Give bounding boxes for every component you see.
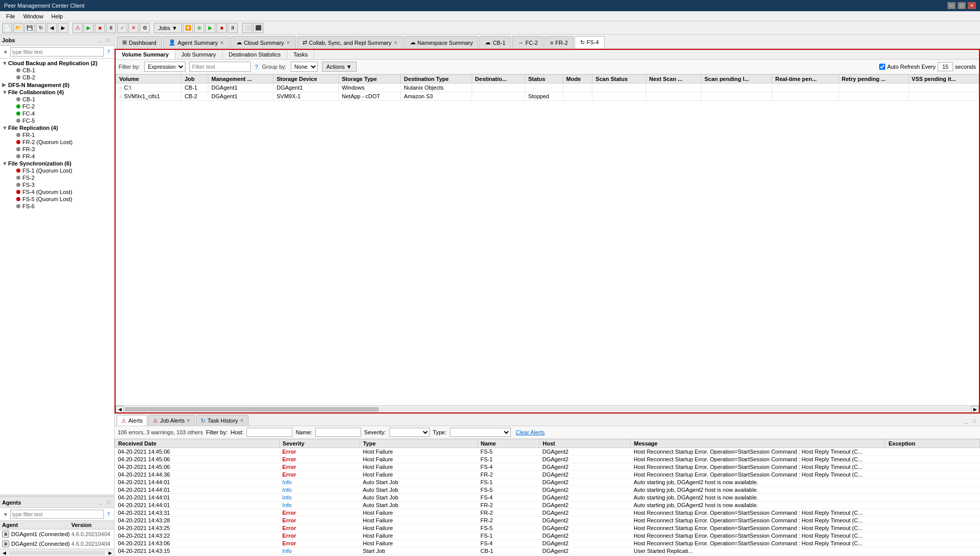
alert-row-1[interactable]: 04-20-2021 14:45:06 Error Host Failure F… — [115, 448, 980, 456]
jobs-filter-help[interactable]: ? — [105, 49, 112, 55]
toolbar-settings[interactable]: ⚙ — [140, 23, 150, 33]
tab-fs4[interactable]: ↻ FS-4 — [575, 36, 605, 48]
tab-fr2[interactable]: ≡ FR-2 — [545, 36, 574, 48]
toolbar-open[interactable]: 📂 — [13, 23, 23, 33]
volume-table-container[interactable]: Volume Job Management ... Storage Device… — [116, 74, 979, 405]
toolbar-play2[interactable]: ▶ — [205, 23, 215, 33]
cloud-summary-close[interactable]: ✕ — [286, 40, 290, 45]
alert-row-3[interactable]: 04-20-2021 14:45:06 Error Host Failure F… — [115, 463, 980, 471]
tab-agent-summary[interactable]: 👤 Agent Summary ✕ — [163, 36, 230, 48]
agent-row-2[interactable]: 🖥 DGAgent2 (Connected) 4.6.0.20210404 — [0, 539, 114, 549]
alert-row-5[interactable]: 04-20-2021 14:44:01 Info Auto Start Job … — [115, 479, 980, 486]
jobs-panel-maximize[interactable]: □ — [105, 37, 112, 44]
tab-namespace-summary[interactable]: ☁ Namespace Summary — [404, 36, 479, 48]
alert-row-9[interactable]: 04-20-2021 14:43:31 Error Host Failure F… — [115, 509, 980, 517]
filter-by-select[interactable]: Expression — [144, 62, 185, 72]
tree-item-fr3[interactable]: FR-3 — [0, 146, 114, 153]
volume-row-1[interactable]: ○C:\ CB-1 DGAgent1 DGAgent1 Windows Nuta… — [116, 84, 979, 92]
tree-item-fr4[interactable]: FR-4 — [0, 153, 114, 160]
toolbar-new[interactable]: 📄 — [2, 23, 12, 33]
tree-item-fs2[interactable]: FS-2 — [0, 174, 114, 181]
toolbar-back[interactable]: ◀ — [47, 23, 57, 33]
alert-row-7[interactable]: 04-20-2021 14:44:01 Info Auto Start Job … — [115, 494, 980, 502]
jobs-filter-input[interactable] — [10, 47, 104, 57]
tree-group-cloud-backup[interactable]: ▼ Cloud Backup and Replication (2) — [0, 60, 114, 67]
alert-row-4[interactable]: 04-20-2021 14:44:36 Error Host Failure F… — [115, 471, 980, 479]
filter-text-input[interactable] — [189, 62, 251, 72]
tree-item-fs1[interactable]: FS-1 (Quorum Lost) — [0, 167, 114, 174]
col-scan-status[interactable]: Scan Status — [592, 75, 646, 84]
toolbar-stop2[interactable]: ■ — [216, 23, 227, 33]
minimize-button[interactable]: ─ — [947, 2, 956, 9]
tree-item-fc2[interactable]: FC-2 — [0, 103, 114, 110]
tree-item-cb2[interactable]: CB-2 — [0, 74, 114, 81]
alert-row-12[interactable]: 04-20-2021 14:43:22 Error Host Failure F… — [115, 532, 980, 540]
agents-filter-help[interactable]: ? — [105, 512, 112, 517]
toolbar-minimize-pane[interactable]: ⬜ — [242, 23, 252, 33]
jobs-panel-minimize[interactable]: _ — [97, 37, 104, 44]
col-volume[interactable]: Volume — [116, 75, 181, 84]
col-next-scan[interactable]: Next Scan ... — [646, 75, 701, 84]
jobs-dropdown[interactable]: Jobs ▼ — [154, 23, 182, 33]
toolbar-maximize-pane[interactable]: ⬛ — [253, 23, 263, 33]
alert-row-6[interactable]: 04-20-2021 14:44:01 Info Auto Start Job … — [115, 486, 980, 494]
col-realtime[interactable]: Real-time pen... — [772, 75, 839, 84]
severity-filter-select[interactable]: Error Warning Info — [389, 428, 430, 437]
toolbar-filter[interactable]: 🔽 — [183, 23, 193, 33]
jobs-filter-icon[interactable]: ▼ — [2, 49, 9, 55]
toolbar-pause2[interactable]: ⏸ — [228, 23, 238, 33]
tree-item-fr2[interactable]: FR-2 (Quorum Lost) — [0, 138, 114, 146]
tree-item-fs5[interactable]: FS-5 (Quorum Lost) — [0, 196, 114, 203]
toolbar-check[interactable]: ✓ — [117, 23, 127, 33]
alert-col-name[interactable]: Name — [477, 439, 539, 448]
clear-alerts-link[interactable]: Clear Alerts — [516, 429, 545, 435]
tree-item-fc4[interactable]: FC-4 — [0, 110, 114, 117]
agents-filter-icon[interactable]: ▼ — [2, 512, 9, 517]
sub-tab-tasks[interactable]: Tasks — [287, 50, 314, 59]
lower-panel-minimize[interactable]: _ — [963, 418, 970, 425]
tree-group-file-collab[interactable]: ▼ File Collaboration (4) — [0, 89, 114, 96]
auto-refresh-checkbox[interactable] — [879, 64, 885, 70]
alerts-table-container[interactable]: Received Date Severity Type Name Host Me… — [115, 439, 980, 556]
tree-item-fs3[interactable]: FS-3 — [0, 181, 114, 188]
tab-collab-sync[interactable]: ⇄ Collab, Sync, and Repl Summary ✕ — [297, 36, 403, 48]
alert-row-13[interactable]: 04-20-2021 14:43:06 Error Host Failure F… — [115, 540, 980, 547]
col-vss-pending[interactable]: VSS pending it... — [908, 75, 978, 84]
volume-row-2[interactable]: ○SVM9x1_cifs1 CB-2 DGAgent1 SVM9X-1 NetA… — [116, 92, 979, 101]
toolbar-add[interactable]: ⊕ — [194, 23, 204, 33]
sub-tab-volume-summary[interactable]: Volume Summary — [116, 50, 175, 59]
scroll-left-btn[interactable]: ◀ — [116, 406, 124, 413]
col-management[interactable]: Management ... — [208, 75, 274, 84]
name-filter-input[interactable] — [315, 428, 361, 437]
toolbar-stop[interactable]: ■ — [95, 23, 105, 33]
agent-summary-close[interactable]: ✕ — [220, 40, 224, 45]
col-status[interactable]: Status — [525, 75, 563, 84]
tree-group-dfs[interactable]: ▶ DFS-N Management (0) — [0, 81, 114, 89]
alert-col-type[interactable]: Type — [360, 439, 477, 448]
alert-row-8[interactable]: 04-20-2021 14:44:01 Info Auto Start Job … — [115, 502, 980, 509]
lower-tab-job-alerts[interactable]: ⚠ Job Alerts ✕ — [148, 415, 195, 426]
col-job[interactable]: Job — [181, 75, 208, 84]
lower-tab-task-history[interactable]: ↻ Task History ✕ — [196, 415, 249, 426]
tree-item-fr1[interactable]: FR-1 — [0, 131, 114, 138]
col-mode[interactable]: Mode — [563, 75, 592, 84]
alert-col-exception[interactable]: Exception — [885, 439, 980, 448]
agent-row-1[interactable]: 🖥 DGAgent1 (Connected) 4.6.0.20210404 — [0, 530, 114, 539]
toolbar-save[interactable]: 💾 — [24, 23, 35, 33]
auto-refresh-value[interactable] — [938, 62, 953, 71]
col-scan-pending[interactable]: Scan pending l... — [701, 75, 772, 84]
group-by-select[interactable]: None — [291, 62, 318, 72]
col-destination-type[interactable]: Destination Type — [401, 75, 472, 84]
lower-tab-alerts[interactable]: ⚠ Alerts — [117, 415, 147, 426]
tree-item-fc5[interactable]: FC-5 — [0, 117, 114, 124]
tab-dashboard[interactable]: ⊞ Dashboard — [117, 36, 162, 48]
host-filter-input[interactable] — [247, 428, 292, 437]
scroll-right-btn[interactable]: ▶ — [971, 406, 979, 413]
toolbar-x[interactable]: ✕ — [128, 23, 139, 33]
alert-row-14[interactable]: 04-20-2021 14:43:15 Info Start Job CB-1 … — [115, 547, 980, 555]
collab-sync-close[interactable]: ✕ — [394, 40, 398, 45]
tree-item-fc-cb1[interactable]: CB-1 — [0, 96, 114, 103]
actions-button[interactable]: Actions ▼ — [322, 62, 357, 72]
col-destination[interactable]: Destinatio... — [472, 75, 525, 84]
tree-item-cb1[interactable]: CB-1 — [0, 67, 114, 74]
